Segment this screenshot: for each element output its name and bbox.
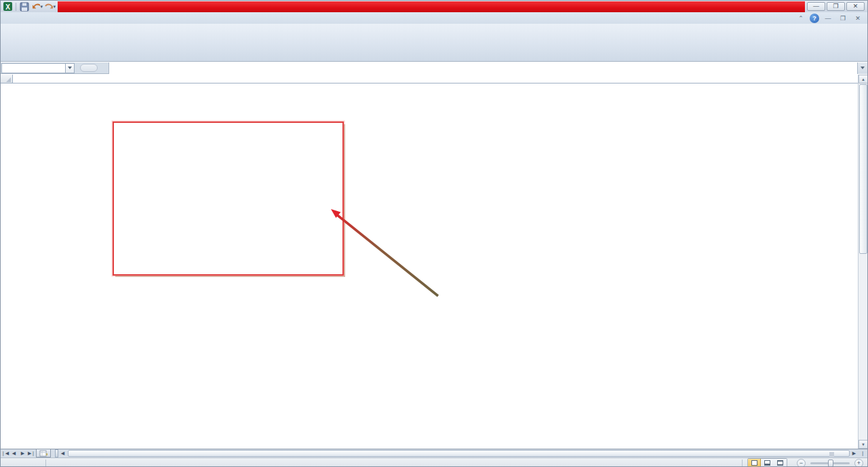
- page-break-icon: [777, 460, 783, 466]
- zoom-slider-thumb[interactable]: [828, 460, 833, 467]
- page-layout-view-button[interactable]: [761, 459, 774, 467]
- normal-view-button[interactable]: [748, 459, 761, 467]
- chevron-down-icon: [68, 67, 72, 69]
- hscroll-right-icon[interactable]: ▶: [850, 449, 859, 457]
- formula-bar: [1, 62, 867, 74]
- minimize-button[interactable]: —: [807, 2, 825, 11]
- divider: [16, 3, 16, 11]
- page-layout-icon: [764, 460, 770, 466]
- title-strip: [58, 1, 805, 12]
- normal-view-icon: [751, 460, 757, 466]
- divider: [45, 460, 46, 467]
- horizontal-scrollbar[interactable]: [68, 449, 850, 457]
- last-sheet-icon[interactable]: ▶❘: [27, 449, 36, 457]
- column-headers: [1, 75, 859, 83]
- formula-buttons-disabled: [80, 64, 98, 72]
- formula-input[interactable]: [108, 62, 857, 74]
- window-resize-grip[interactable]: ❘: [859, 449, 867, 457]
- title-bar: X ▾ ▾ ▾ — ❐ ✕: [1, 1, 867, 12]
- zoom-slider[interactable]: [810, 462, 850, 464]
- vertical-scroll-thumb[interactable]: [859, 84, 867, 254]
- save-button[interactable]: [18, 1, 30, 12]
- vertical-scrollbar[interactable]: ▲ ▼: [858, 75, 867, 449]
- excel-window: X ▾ ▾ ▾ — ❐ ✕ ⌃ ?: [0, 0, 868, 467]
- ribbon-tab-row: ⌃ ? — ❐ ✕: [1, 12, 867, 24]
- zoom-out-button[interactable]: −: [797, 459, 806, 467]
- svg-text:✶: ✶: [45, 452, 47, 457]
- minimize-ribbon-icon[interactable]: ⌃: [795, 14, 807, 22]
- sheet-tab-bar: ❘◀ ◀ ▶ ▶❘ ✶ ◀ ▶ ❘: [1, 449, 867, 457]
- workbook-restore-icon[interactable]: ❐: [837, 14, 849, 22]
- scroll-up-icon[interactable]: ▲: [859, 75, 868, 83]
- name-box[interactable]: [1, 63, 66, 73]
- close-button[interactable]: ✕: [846, 2, 865, 11]
- excel-logo-icon: X: [2, 1, 14, 12]
- name-box-dropdown[interactable]: [66, 63, 75, 73]
- window-controls: — ❐ ✕: [807, 2, 865, 11]
- expand-formula-bar-button[interactable]: [857, 62, 867, 74]
- chevron-down-icon: [861, 67, 865, 69]
- zoom-in-button[interactable]: +: [854, 459, 863, 467]
- hscroll-left-icon[interactable]: ◀: [58, 449, 67, 457]
- select-all-corner[interactable]: [1, 75, 13, 83]
- scroll-down-icon[interactable]: ▼: [859, 440, 868, 449]
- spreadsheet-grid: [1, 83, 859, 449]
- svg-text:X: X: [5, 3, 10, 11]
- view-shortcuts: [747, 458, 787, 467]
- ribbon-right-controls: ⌃ ? — ❐ ✕: [795, 14, 864, 23]
- divider: [742, 460, 743, 467]
- insert-worksheet-button[interactable]: ✶: [36, 449, 51, 457]
- redo-button[interactable]: ▾: [44, 1, 56, 12]
- ribbon: [1, 24, 867, 62]
- status-bar: − +: [1, 457, 867, 467]
- next-sheet-icon[interactable]: ▶: [18, 449, 27, 457]
- help-icon[interactable]: ?: [810, 14, 819, 23]
- prev-sheet-icon[interactable]: ◀: [9, 449, 18, 457]
- workbook-close-icon[interactable]: ✕: [852, 14, 864, 22]
- quick-access-toolbar: X ▾ ▾ ▾: [2, 1, 63, 12]
- restore-button[interactable]: ❐: [827, 2, 845, 11]
- first-sheet-icon[interactable]: ❘◀: [1, 449, 9, 457]
- undo-button[interactable]: ▾: [31, 1, 43, 12]
- page-break-view-button[interactable]: [774, 459, 787, 467]
- workbook-minimize-icon[interactable]: —: [822, 14, 834, 22]
- horizontal-scroll-thumb[interactable]: [68, 450, 850, 457]
